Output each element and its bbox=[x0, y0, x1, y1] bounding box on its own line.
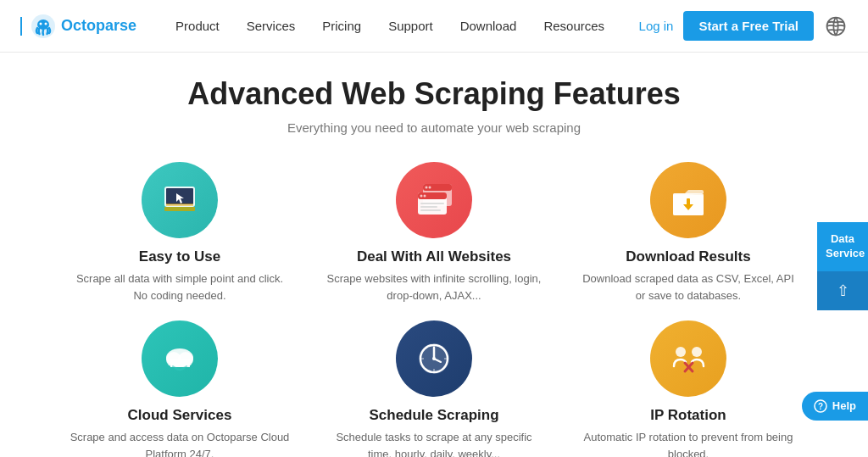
svg-point-2 bbox=[40, 22, 42, 25]
svg-text:?: ? bbox=[818, 402, 823, 411]
svg-rect-19 bbox=[420, 206, 437, 208]
navbar: Octoparse Product Services Pricing Suppo… bbox=[0, 0, 868, 53]
hero-subtitle: Everything you need to automate your web… bbox=[34, 120, 834, 135]
svg-point-17 bbox=[423, 194, 426, 197]
nav-pricing[interactable]: Pricing bbox=[310, 12, 373, 40]
brand-divider bbox=[20, 17, 22, 36]
nav-links: Product Services Pricing Support Downloa… bbox=[164, 12, 639, 40]
globe-icon[interactable] bbox=[824, 14, 848, 38]
main-content: Advanced Web Scraping Features Everythin… bbox=[0, 53, 868, 457]
data-service-button[interactable]: Data Service bbox=[817, 222, 868, 271]
feature-desc-ip: Automatic IP rotation to prevent from be… bbox=[578, 429, 798, 457]
feature-cloud-services: Cloud Services Scrape and access data on… bbox=[70, 320, 290, 457]
feature-deal-websites: Deal With All Websites Scrape websites w… bbox=[324, 162, 544, 304]
feature-title-cloud: Cloud Services bbox=[128, 407, 232, 424]
svg-point-38 bbox=[676, 347, 686, 357]
svg-point-33 bbox=[432, 357, 436, 360]
svg-rect-9 bbox=[166, 203, 193, 206]
cloud-icon-svg bbox=[157, 336, 203, 382]
feature-desc-easy: Scrape all data with simple point and cl… bbox=[70, 270, 290, 304]
feature-easy-to-use: Easy to Use Scrape all data with simple … bbox=[70, 162, 290, 304]
svg-rect-7 bbox=[164, 207, 195, 211]
up-arrow-icon: ⇧ bbox=[837, 282, 849, 299]
hero-title: Advanced Web Scraping Features bbox=[34, 76, 834, 112]
nav-support[interactable]: Support bbox=[376, 12, 445, 40]
floating-buttons: Data Service ⇧ ? Help bbox=[817, 222, 868, 310]
brand-name: Octoparse bbox=[61, 17, 136, 35]
feature-download-results: Download Results Download scraped data a… bbox=[578, 162, 798, 304]
help-button[interactable]: ? Help bbox=[802, 392, 868, 421]
svg-rect-18 bbox=[420, 203, 444, 204]
help-circle-icon: ? bbox=[814, 399, 827, 413]
trial-button[interactable]: Start a Free Trial bbox=[683, 11, 814, 41]
feature-title-easy: Easy to Use bbox=[139, 248, 220, 265]
schedule-icon-svg bbox=[412, 337, 456, 381]
easy-icon-svg bbox=[158, 178, 202, 222]
feature-icon-websites bbox=[396, 162, 472, 238]
feature-title-schedule: Schedule Scraping bbox=[369, 407, 498, 424]
svg-rect-20 bbox=[420, 209, 441, 211]
svg-point-3 bbox=[45, 22, 47, 25]
websites-icon-svg bbox=[411, 177, 458, 224]
nav-actions: Log in Start a Free Trial bbox=[639, 11, 848, 41]
feature-title-websites: Deal With All Websites bbox=[357, 248, 511, 265]
feature-title-download: Download Results bbox=[626, 248, 750, 265]
ip-icon-svg bbox=[665, 336, 712, 382]
nav-services[interactable]: Services bbox=[235, 12, 308, 40]
nav-product[interactable]: Product bbox=[164, 12, 231, 40]
scroll-top-button[interactable]: ⇧ bbox=[817, 271, 868, 310]
feature-desc-cloud: Scrape and access data on Octoparse Clou… bbox=[70, 429, 290, 457]
svg-point-39 bbox=[692, 347, 702, 357]
svg-point-13 bbox=[428, 186, 431, 188]
nav-resources[interactable]: Resources bbox=[531, 12, 616, 40]
feature-icon-download bbox=[650, 162, 726, 238]
feature-schedule-scraping: Schedule Scraping Schedule tasks to scra… bbox=[324, 320, 544, 457]
feature-desc-websites: Scrape websites with infinite scrolling,… bbox=[324, 270, 544, 304]
feature-desc-download: Download scraped data as CSV, Excel, API… bbox=[578, 270, 798, 304]
feature-desc-schedule: Schedule tasks to scrape at any specific… bbox=[324, 429, 544, 457]
brand-logo-link[interactable]: Octoparse bbox=[20, 14, 136, 39]
nav-download[interactable]: Download bbox=[448, 12, 529, 40]
download-icon-svg bbox=[666, 178, 710, 222]
feature-icon-ip bbox=[650, 320, 726, 397]
features-grid: Easy to Use Scrape all data with simple … bbox=[70, 162, 798, 457]
feature-title-ip: IP Rotation bbox=[650, 407, 726, 424]
help-label: Help bbox=[832, 399, 856, 412]
feature-ip-rotation: IP Rotation Automatic IP rotation to pre… bbox=[578, 320, 798, 457]
svg-point-12 bbox=[425, 186, 427, 188]
brand-logo-icon bbox=[31, 14, 56, 39]
feature-icon-cloud bbox=[142, 320, 218, 397]
login-link[interactable]: Log in bbox=[639, 19, 674, 33]
feature-icon-easy bbox=[142, 162, 218, 238]
svg-point-16 bbox=[420, 194, 422, 197]
feature-icon-schedule bbox=[396, 320, 472, 397]
